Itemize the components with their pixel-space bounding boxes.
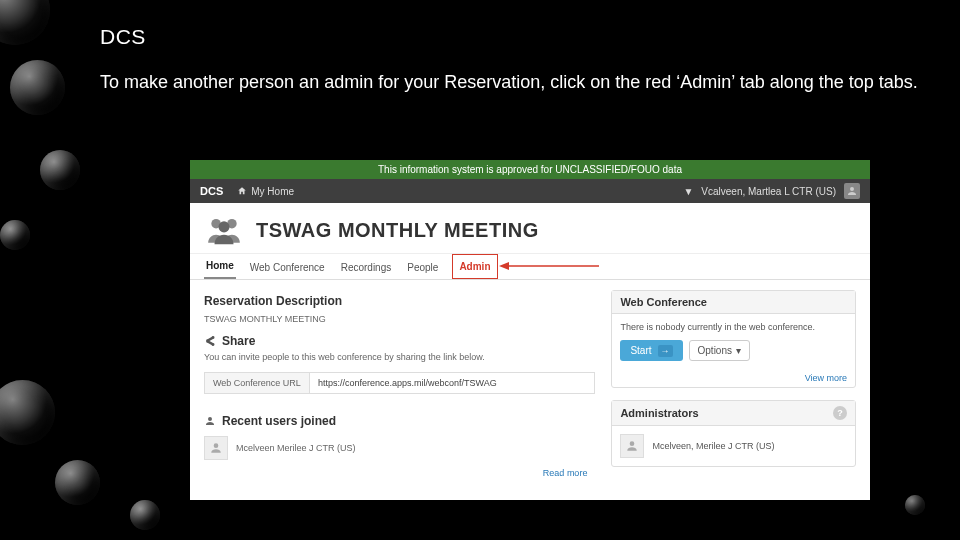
app-screenshot: This information system is approved for …	[190, 160, 870, 500]
web-conference-panel: Web Conference There is nobody currently…	[611, 290, 856, 388]
callout-arrow	[499, 261, 599, 273]
recent-users-heading: Recent users joined	[204, 414, 595, 428]
share-subtext: You can invite people to this web confer…	[204, 352, 595, 362]
url-field-value[interactable]: https://conference.apps.mil/webconf/TSWA…	[309, 372, 596, 394]
user-avatar-icon[interactable]	[844, 183, 860, 199]
top-nav: DCS My Home ▼ Vcalveen, Martlea L CTR (U…	[190, 179, 870, 203]
admin-user-row[interactable]: Mcelveen, Merilee J CTR (US)	[620, 434, 847, 458]
recent-user-row[interactable]: Mcelveen Merilee J CTR (US)	[204, 436, 595, 460]
svg-marker-4	[499, 262, 509, 270]
tab-web-conference[interactable]: Web Conference	[248, 256, 327, 279]
meeting-title: TSWAG MONTHLY MEETING	[256, 219, 539, 242]
person-icon	[209, 441, 223, 455]
web-conference-status: There is nobody currently in the web con…	[620, 322, 847, 332]
tab-bar: Home Web Conference Recordings People Ad…	[190, 254, 870, 280]
options-button[interactable]: Options ▾	[689, 340, 750, 361]
recent-user-name: Mcelveen Merilee J CTR (US)	[236, 443, 356, 453]
slide-title: DCS	[100, 25, 920, 49]
view-more-link[interactable]: View more	[612, 369, 855, 387]
svg-point-2	[218, 221, 229, 232]
read-more-link[interactable]: Read more	[204, 464, 595, 482]
recent-users-label: Recent users joined	[222, 414, 336, 428]
main-columns: Reservation Description TSWAG MONTHLY ME…	[190, 280, 870, 482]
bubble-decoration	[905, 495, 925, 515]
person-icon	[846, 185, 858, 197]
tab-admin[interactable]: Admin	[459, 258, 490, 275]
avatar	[204, 436, 228, 460]
share-heading: Share	[204, 334, 595, 348]
options-button-label: Options	[698, 345, 732, 356]
tab-home[interactable]: Home	[204, 254, 236, 279]
bubble-decoration	[10, 60, 65, 115]
web-conference-panel-header: Web Conference	[612, 291, 855, 314]
my-home-link[interactable]: My Home	[237, 186, 294, 197]
right-column: Web Conference There is nobody currently…	[611, 290, 856, 482]
chevron-down-icon: ▾	[736, 345, 741, 356]
page-header: TSWAG MONTHLY MEETING	[190, 203, 870, 254]
reservation-description-heading: Reservation Description	[204, 294, 595, 308]
web-conference-heading: Web Conference	[620, 296, 707, 308]
tab-people[interactable]: People	[405, 256, 440, 279]
administrators-body: Mcelveen, Merilee J CTR (US)	[612, 426, 855, 466]
share-label: Share	[222, 334, 255, 348]
my-home-label: My Home	[251, 186, 294, 197]
start-button[interactable]: Start →	[620, 340, 682, 361]
conference-url-row: Web Conference URL https://conference.ap…	[204, 372, 595, 394]
bubble-decoration	[40, 150, 80, 190]
web-conference-body: There is nobody currently in the web con…	[612, 314, 855, 369]
admin-user-name: Mcelveen, Merilee J CTR (US)	[652, 441, 774, 451]
start-button-label: Start	[630, 345, 651, 356]
arrow-right-icon: →	[658, 345, 673, 357]
left-column: Reservation Description TSWAG MONTHLY ME…	[204, 290, 595, 482]
slide-body: To make another person an admin for your…	[100, 69, 920, 96]
classification-banner: This information system is approved for …	[190, 160, 870, 179]
administrators-panel-header: Administrators ?	[612, 401, 855, 426]
administrators-heading: Administrators	[620, 407, 698, 419]
administrators-panel: Administrators ? Mcelveen, Merilee J CTR…	[611, 400, 856, 467]
bubble-decoration	[0, 0, 50, 45]
user-menu-caret[interactable]: ▼	[683, 186, 693, 197]
user-name[interactable]: Vcalveen, Martlea L CTR (US)	[701, 186, 836, 197]
person-icon	[204, 415, 216, 427]
avatar	[620, 434, 644, 458]
tab-admin-highlight: Admin	[452, 254, 497, 279]
home-icon	[237, 186, 247, 196]
help-icon[interactable]: ?	[833, 406, 847, 420]
bubble-decoration	[0, 220, 30, 250]
group-icon	[204, 213, 244, 247]
tab-recordings[interactable]: Recordings	[339, 256, 394, 279]
brand-label[interactable]: DCS	[200, 185, 223, 197]
person-icon	[625, 439, 639, 453]
share-icon	[204, 335, 216, 347]
bubble-decoration	[55, 460, 100, 505]
slide: DCS To make another person an admin for …	[0, 0, 960, 540]
slide-text: DCS To make another person an admin for …	[100, 25, 920, 96]
bubble-decoration	[0, 380, 55, 445]
reservation-description-value: TSWAG MONTHLY MEETING	[204, 314, 595, 324]
bubble-decoration	[130, 500, 160, 530]
url-field-label: Web Conference URL	[204, 372, 309, 394]
